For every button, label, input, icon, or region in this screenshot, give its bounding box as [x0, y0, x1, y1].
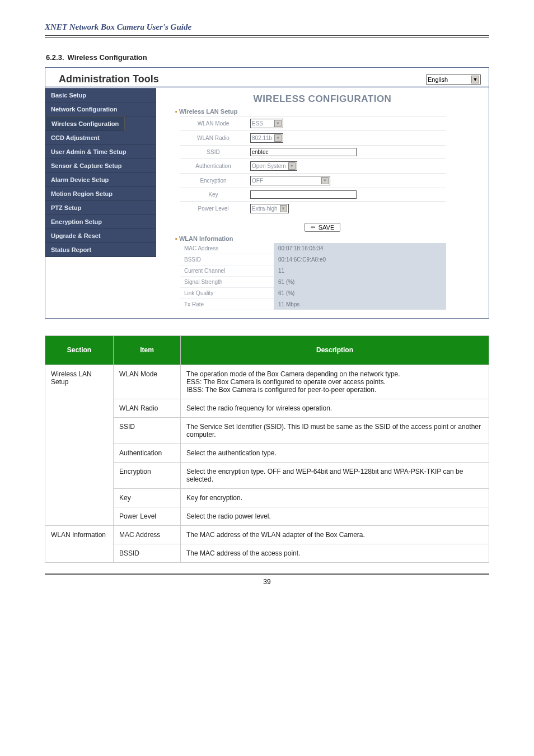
main-title: WIRELESS CONFIGURATION: [160, 94, 485, 105]
sidebar-item-wireless-config[interactable]: Wireless Configuration: [45, 116, 125, 131]
chevron-down-icon: ▼: [288, 162, 296, 170]
sidebar-item-basic-setup[interactable]: Basic Setup: [45, 88, 156, 102]
desc-wlan-radio: Select the radio frequency for wireless …: [181, 399, 489, 417]
language-value: English: [428, 76, 448, 83]
bssid-label: BSSID: [180, 254, 274, 265]
section-number: 6.2.3.: [46, 53, 64, 62]
wlan-setup-table: WLAN Mode ESS▼ WLAN Radio 802.11b▼ SSID …: [180, 116, 446, 216]
enc-select[interactable]: OFF▼: [250, 176, 330, 185]
sidebar-item-alarm-device[interactable]: Alarm Device Setup: [45, 173, 156, 187]
ssid-input[interactable]: [250, 148, 357, 156]
key-input[interactable]: [250, 190, 357, 199]
bssid-value: 00:14:6C:C9:A8:e0: [274, 254, 446, 265]
pwr-label: Power Level: [180, 202, 247, 216]
desc-enc: Select the encryption type. OFF and WEP-…: [181, 462, 489, 488]
wlan-radio-label: WLAN Radio: [180, 131, 247, 146]
sidebar-item-user-admin[interactable]: User Admin & Time Setup: [45, 145, 156, 159]
mac-value: 00:07:18:16:05:34: [274, 243, 446, 254]
chevron-down-icon: ▼: [274, 120, 282, 127]
group-wlan-info: WLAN Information: [175, 235, 485, 242]
chevron-down-icon: ▼: [321, 177, 329, 184]
sidebar-item-sensor-capture[interactable]: Sensor & Capture Setup: [45, 159, 156, 173]
mac-label: MAC Address: [180, 243, 274, 254]
item-enc: Encryption: [114, 462, 181, 488]
lq-value: 61 (%): [274, 287, 446, 298]
item-ssid: SSID: [114, 417, 181, 444]
auth-select[interactable]: Open System▼: [250, 161, 297, 171]
sec-wlan-setup: Wireless LAN Setup: [45, 365, 114, 525]
wlan-radio-select[interactable]: 802.11b▼: [250, 133, 283, 143]
sidebar-item-ccd-adjustment[interactable]: CCD Adjustment: [45, 131, 156, 145]
chevron-down-icon: ▼: [471, 76, 479, 83]
tx-value: 11 Mbps: [274, 298, 446, 310]
description-table: Section Item Description Wireless LAN Se…: [45, 335, 489, 563]
pwr-select[interactable]: Extra-high▼: [250, 204, 289, 213]
tx-label: Tx Rate: [180, 298, 274, 310]
sidebar-item-encryption-setup[interactable]: Encryption Setup: [45, 215, 156, 229]
desc-mac: The MAC address of the WLAN adapter of t…: [181, 525, 489, 544]
col-item: Item: [114, 335, 181, 365]
sidebar-item-network-config[interactable]: Network Configuration: [45, 102, 156, 116]
col-section: Section: [45, 335, 114, 365]
desc-auth: Select the authentication type.: [181, 444, 489, 462]
sidebar-item-status-report[interactable]: Status Report: [45, 243, 156, 257]
ch-label: Current Channel: [180, 265, 274, 276]
item-auth: Authentication: [114, 444, 181, 462]
auth-label: Authentication: [180, 159, 247, 174]
save-button[interactable]: ⇦SAVE: [305, 223, 341, 232]
sec-wlan-info: WLAN Information: [45, 525, 114, 562]
lq-label: Link Quality: [180, 287, 274, 298]
admin-tools-title: Administration Tools: [59, 73, 159, 85]
desc-pwr: Select the radio power level.: [181, 507, 489, 525]
col-description: Description: [181, 335, 489, 365]
section-title: Wireless Configuration: [68, 53, 147, 62]
main-panel: WIRELESS CONFIGURATION Wireless LAN Setu…: [156, 88, 489, 318]
sidebar-nav: Basic Setup Network Configuration Wirele…: [45, 88, 156, 257]
key-label: Key: [180, 188, 247, 202]
chevron-down-icon: ▼: [280, 205, 287, 212]
desc-ssid: The Service Set Identifier (SSID). This …: [181, 417, 489, 444]
page-number: 39: [45, 575, 489, 588]
item-mac: MAC Address: [114, 525, 181, 544]
ssid-label: SSID: [180, 146, 247, 159]
wlan-info-table: MAC Address00:07:18:16:05:34 BSSID00:14:…: [180, 243, 446, 310]
sidebar-item-upgrade-reset[interactable]: Upgrade & Reset: [45, 229, 156, 243]
language-select[interactable]: English ▼: [426, 74, 481, 85]
item-pwr: Power Level: [114, 507, 181, 525]
wlan-mode-select[interactable]: ESS▼: [250, 119, 283, 128]
desc-bssid: The MAC address of the access point.: [181, 544, 489, 562]
admin-tools-screenshot: Administration Tools English ▼ Basic Set…: [45, 67, 489, 319]
item-wlan-radio: WLAN Radio: [114, 399, 181, 417]
item-key: Key: [114, 488, 181, 507]
group-wlan-setup: Wireless LAN Setup: [175, 108, 485, 115]
wlan-mode-label: WLAN Mode: [180, 116, 247, 131]
arrow-icon: ⇦: [311, 224, 315, 230]
enc-label: Encryption: [180, 174, 247, 188]
desc-key: Key for encryption.: [181, 488, 489, 507]
sidebar-item-ptz-setup[interactable]: PTZ Setup: [45, 201, 156, 215]
sidebar-item-motion-region[interactable]: Motion Region Setup: [45, 187, 156, 201]
sig-value: 61 (%): [274, 276, 446, 287]
item-bssid: BSSID: [114, 544, 181, 562]
section-heading: 6.2.3. Wireless Configuration: [45, 52, 489, 64]
chevron-down-icon: ▼: [274, 134, 282, 142]
sig-label: Signal Strength: [180, 276, 274, 287]
desc-wlan-mode: The operation mode of the Box Camera dep…: [181, 365, 489, 399]
doc-title: XNET Network Box Camera User's Guide: [45, 22, 489, 32]
item-wlan-mode: WLAN Mode: [114, 365, 181, 399]
ch-value: 11: [274, 265, 446, 276]
divider-top: [45, 35, 489, 38]
